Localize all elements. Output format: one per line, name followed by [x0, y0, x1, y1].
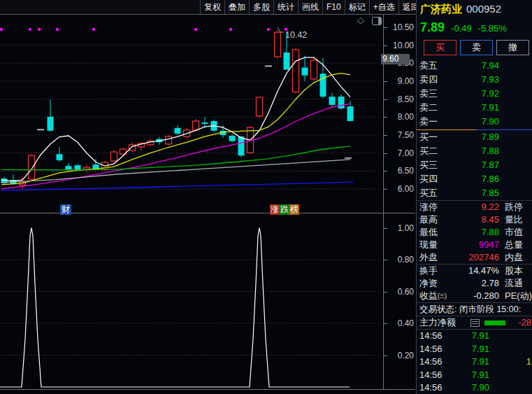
- menu-item-overlay[interactable]: 叠加: [225, 0, 250, 14]
- price-axis-label: 8.50: [383, 94, 414, 104]
- price-change-percent: -5.85%: [478, 23, 507, 34]
- sell-level[interactable]: 卖一7.90: [417, 115, 532, 129]
- candle: [275, 32, 281, 57]
- stat-label: 现量: [417, 239, 456, 251]
- sell-level-price: 7.93: [449, 73, 499, 87]
- buy-level[interactable]: 买五7.85: [417, 186, 532, 200]
- main-candlestick-chart[interactable]: 10.42: [0, 15, 383, 214]
- sell-level[interactable]: 卖五7.94: [417, 59, 532, 73]
- indicator-tab-cai[interactable]: 财: [60, 204, 71, 215]
- buy-button[interactable]: 买: [424, 40, 456, 55]
- tab-char: 榜: [289, 204, 299, 215]
- price-row: 7.89 -0.49 -5.85%: [417, 16, 532, 35]
- signal-dot: [29, 28, 31, 31]
- main-net-flow-row: 主力净额-28: [417, 316, 532, 329]
- trade-row: 14:567.911: [417, 356, 532, 369]
- buy-level[interactable]: 买三7.87: [417, 158, 532, 172]
- list-icon[interactable]: [470, 319, 480, 327]
- stat-value: 14.47%: [456, 265, 499, 277]
- axis-tick: [384, 135, 387, 136]
- stat-label: 净资: [417, 277, 456, 290]
- stock-code: 000952: [466, 3, 501, 15]
- candle: [238, 136, 245, 155]
- stat-label-2: PE(动): [505, 290, 532, 302]
- trade-volume: [489, 381, 532, 394]
- menu-item-statistics[interactable]: 统计: [274, 0, 299, 14]
- menu-item-draw-line[interactable]: 画线: [299, 0, 323, 14]
- menu-item-mark[interactable]: 标记: [345, 0, 370, 14]
- peak-pointer: [278, 27, 284, 32]
- indicator-axis-label: 1.00: [383, 223, 414, 233]
- stock-trading-app: 复权叠加多股统计画线F10标记+自选返回 10.42 10.5010.009.5…: [0, 0, 532, 394]
- axis-tick: [384, 99, 387, 100]
- trade-row: 14:567.90: [417, 381, 532, 394]
- price-change: -0.49: [451, 23, 472, 34]
- axis-tick: [384, 45, 387, 46]
- candle: [284, 52, 290, 70]
- indicator-axis-label: 0.20: [383, 351, 414, 360]
- buy-level[interactable]: 买二7.88: [417, 144, 532, 158]
- menu-item-multi-stock[interactable]: 多股: [250, 0, 274, 14]
- indicator-sub-chart[interactable]: [0, 214, 383, 389]
- sell-level-price: 7.91: [449, 101, 499, 115]
- buy-level[interactable]: 买一7.89: [417, 130, 532, 144]
- trade-price: 7.91: [450, 356, 489, 369]
- signal-dot: [0, 28, 3, 31]
- indicator-tab-zhangdiebang[interactable]: 涨跌榜: [270, 204, 299, 215]
- stat-label-2: 量比: [505, 213, 532, 226]
- trade-time: 14:56: [417, 330, 450, 343]
- sell-level[interactable]: 卖三7.92: [417, 87, 532, 101]
- signal-dot: [267, 28, 270, 31]
- stat-label: 最高: [417, 213, 456, 226]
- candle: [257, 97, 263, 116]
- sell-level[interactable]: 卖四7.93: [417, 73, 532, 87]
- stat-row: 收益㈢-0.280PE(动): [417, 290, 532, 302]
- last-price: 7.89: [420, 20, 445, 35]
- ma-line-MA250: [1, 182, 353, 190]
- trade-row: 14:567.91: [417, 330, 532, 343]
- candle: [84, 167, 90, 169]
- stat-value: 8.45: [456, 213, 499, 226]
- stat-label: 涨停: [417, 201, 456, 213]
- sell-level[interactable]: 卖二7.91: [417, 101, 532, 115]
- trade-price: 7.90: [450, 381, 489, 394]
- axis-tick: [384, 323, 387, 324]
- stat-label: 换手: [417, 265, 456, 277]
- candle: [66, 166, 72, 169]
- candle: [293, 50, 299, 92]
- axis-tick: [384, 189, 387, 190]
- stat-value: 9.22: [456, 201, 499, 213]
- menu-item-f10[interactable]: F10: [323, 0, 345, 14]
- order-book: 卖五7.94卖四7.93卖三7.92卖二7.91卖一7.90买一7.89买二7.…: [417, 59, 532, 394]
- buy-level-label: 买五: [417, 186, 449, 200]
- candle: [193, 121, 199, 130]
- candle: [202, 122, 208, 124]
- cancel-button[interactable]: 撤: [496, 40, 529, 55]
- candle: [111, 152, 117, 161]
- axis-tick: [384, 81, 387, 82]
- panel-toggle-icon[interactable]: [372, 17, 382, 25]
- signal-dot: [38, 28, 41, 31]
- diamond-icon[interactable]: ◇: [357, 15, 364, 24]
- stat-label-2: 总量: [505, 239, 532, 251]
- price-axis-label: 10.50: [383, 22, 414, 32]
- axis-tick: [384, 27, 387, 28]
- menu-item-adjust-rights[interactable]: 复权: [201, 0, 225, 14]
- menu-item-add-watchlist[interactable]: +自选: [370, 0, 399, 14]
- indicator-axis-label: 0.60: [383, 287, 414, 297]
- stat-label: 收益㈢: [417, 290, 456, 302]
- candle: [229, 136, 236, 141]
- trade-price: 7.91: [450, 343, 489, 356]
- buy-level-price: 7.85: [449, 186, 499, 200]
- candle: [48, 117, 54, 131]
- trade-status: 交易状态: 闭市阶段 15:00:: [417, 303, 532, 316]
- price-level-tag: 9.60: [381, 54, 410, 64]
- axis-tick: [384, 292, 387, 293]
- sell-button[interactable]: 卖: [460, 40, 493, 55]
- buy-level-label: 买一: [417, 130, 449, 144]
- buy-level[interactable]: 买四7.86: [417, 172, 532, 186]
- axis-tick: [384, 260, 387, 260]
- candle: [302, 67, 308, 75]
- stock-name: 广济药业: [420, 3, 462, 15]
- order-buttons: 买卖撤: [417, 40, 532, 55]
